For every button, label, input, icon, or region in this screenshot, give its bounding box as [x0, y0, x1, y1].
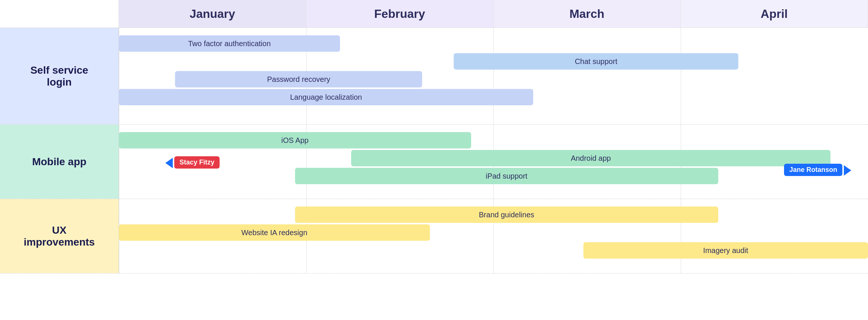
label-header-spacer	[0, 0, 119, 28]
group-ux: UX improvementsBrand guidelinesWebsite I…	[0, 199, 868, 273]
bars-area-self-service: Two factor authenticationChat supportPas…	[119, 28, 868, 125]
group-self-service: Self service loginTwo factor authenticat…	[0, 28, 868, 125]
grid-line	[681, 28, 681, 125]
cursor-jane: Jane Rotanson	[784, 164, 851, 176]
bars-area-mobile-app: iOS AppAndroid appiPad supportStacy Fitz…	[119, 125, 868, 199]
bar-password-recovery[interactable]: Password recovery	[175, 71, 422, 87]
header-row: January February March April	[0, 0, 868, 28]
bar-two-factor[interactable]: Two factor authentication	[119, 35, 340, 52]
bar-ios-app[interactable]: iOS App	[119, 132, 471, 148]
bar-website-ia[interactable]: Website IA redesign	[119, 224, 430, 241]
bar-ipad-support[interactable]: iPad support	[295, 168, 718, 184]
bar-android-app[interactable]: Android app	[351, 150, 830, 166]
label-mobile-app: Mobile app	[0, 125, 119, 199]
bars-area-ux: Brand guidelinesWebsite IA redesignImage…	[119, 199, 868, 273]
cursor-arrow-right	[844, 165, 851, 176]
month-march: March	[493, 0, 681, 28]
bar-brand-guidelines[interactable]: Brand guidelines	[295, 207, 718, 223]
cursor-stacy: Stacy Fitzy	[165, 156, 220, 169]
bar-chat-support[interactable]: Chat support	[454, 53, 738, 70]
month-february: February	[306, 0, 493, 28]
label-self-service: Self service login	[0, 28, 119, 124]
cursor-tooltip-label: Stacy Fitzy	[174, 156, 220, 169]
bar-language-localization[interactable]: Language localization	[119, 89, 533, 105]
months-header: January February March April	[119, 0, 868, 28]
month-april: April	[681, 0, 868, 28]
label-ux: UX improvements	[0, 199, 119, 273]
cursor-arrow-left	[165, 158, 173, 168]
cursor-tooltip-label: Jane Rotanson	[784, 164, 842, 176]
month-january: January	[119, 0, 306, 28]
bar-imagery-audit[interactable]: Imagery audit	[583, 242, 868, 259]
group-mobile-app: Mobile appiOS AppAndroid appiPad support…	[0, 125, 868, 199]
body-section: Self service loginTwo factor authenticat…	[0, 28, 868, 320]
gantt-chart: January February March April Self servic…	[0, 0, 868, 320]
grid-line	[493, 28, 494, 125]
